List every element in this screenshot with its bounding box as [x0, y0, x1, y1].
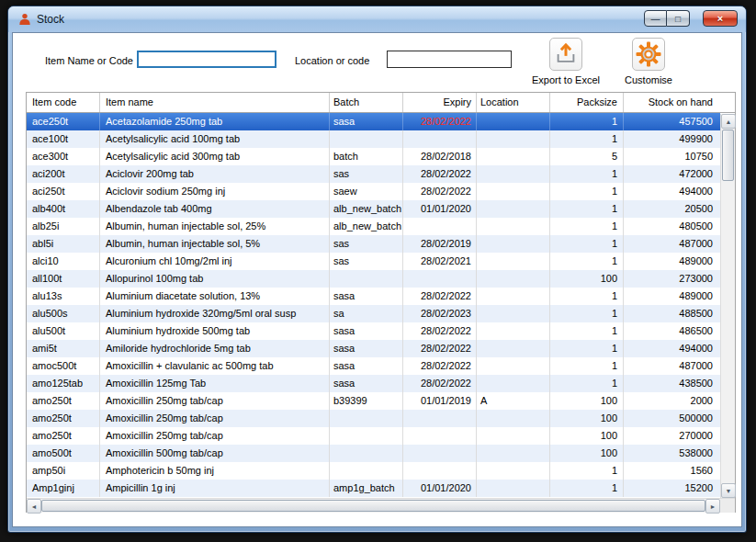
cell-packsize: 1: [550, 357, 624, 375]
cell-item-name: Albendazole tab 400mg: [100, 200, 330, 218]
cell-stock-on-hand: 20500: [624, 200, 720, 218]
cell-packsize: 1: [550, 218, 624, 235]
cell-item-name: Aciclovir 200mg tab: [100, 165, 330, 183]
table-body: ace250tAcetazolamide 250mg tabsasa28/02/…: [27, 113, 720, 497]
cell-location: [477, 270, 550, 288]
cell-item-code: amo500t: [27, 445, 100, 462]
cell-stock-on-hand: 487000: [624, 357, 720, 375]
table-row[interactable]: all100tAllopurinol 100mg tab100273000: [27, 270, 720, 288]
cell-stock-on-hand: 438500: [624, 375, 720, 392]
cell-location: [477, 218, 550, 235]
table-row[interactable]: ami5tAmiloride hydrochloride 5mg tabsasa…: [27, 340, 720, 357]
minimize-button[interactable]: —: [644, 10, 667, 27]
cell-item-code: alb25i: [27, 218, 100, 235]
vertical-scroll-thumb[interactable]: [722, 130, 734, 181]
table-row[interactable]: Amp1ginjAmpicillin 1g injamp1g_batch01/0…: [27, 480, 720, 497]
cell-location: [477, 130, 550, 148]
scroll-left-button[interactable]: ◄: [27, 499, 41, 514]
cell-packsize: 100: [550, 445, 624, 462]
cell-item-name: Amoxicillin 250mg tab/cap: [100, 392, 330, 410]
toolbar: Item Name or Code Location or code Expor…: [13, 33, 741, 92]
table-row[interactable]: amp50iAmphotericin b 50mg inj11560: [27, 462, 720, 480]
cell-item-name: Albumin, human injectable sol, 5%: [100, 235, 330, 253]
cell-item-name: Amiloride hydrochloride 5mg tab: [100, 340, 330, 357]
cell-item-name: Amoxicillin 250mg tab/cap: [100, 427, 330, 445]
column-header-packsize[interactable]: Packsize: [550, 93, 624, 112]
cell-stock-on-hand: 494000: [624, 183, 720, 200]
table-row[interactable]: amo250tAmoxicillin 250mg tab/capb3939901…: [27, 392, 720, 410]
table-row[interactable]: ace100tAcetylsalicylic acid 100mg tab149…: [27, 130, 720, 148]
column-header-location[interactable]: Location: [477, 93, 550, 112]
cell-expiry: [403, 218, 477, 235]
vertical-scrollbar[interactable]: ▲ ▼: [720, 114, 735, 498]
table-row[interactable]: ace250tAcetazolamide 250mg tabsasa28/02/…: [27, 113, 720, 130]
cell-packsize: 1: [550, 322, 624, 340]
maximize-button[interactable]: □: [667, 10, 690, 27]
cell-item-code: amo250t: [27, 392, 100, 410]
column-header-stock-on-hand[interactable]: Stock on hand: [624, 93, 720, 112]
column-header-item-name[interactable]: Item name: [100, 93, 330, 112]
cell-item-name: Acetazolamide 250mg tab: [100, 113, 330, 130]
cell-location: [477, 235, 550, 253]
horizontal-scrollbar[interactable]: ◄ ►: [27, 498, 720, 513]
table-header-row: Item codeItem nameBatchExpiryLocationPac…: [27, 93, 735, 113]
horizontal-scroll-thumb[interactable]: [41, 500, 705, 512]
table-row[interactable]: amo500tAmoxicillin 500mg tab/cap10053800…: [27, 445, 720, 462]
cell-stock-on-hand: 457500: [624, 113, 720, 130]
cell-stock-on-hand: 10750: [624, 148, 720, 165]
cell-item-code: alci10: [27, 253, 100, 270]
cell-expiry: [403, 445, 477, 462]
table-row[interactable]: alb400tAlbendazole tab 400mgalb_new_batc…: [27, 200, 720, 218]
close-button[interactable]: ×: [703, 10, 738, 27]
cell-expiry: 28/02/2019: [403, 235, 477, 253]
cell-location: [477, 480, 550, 497]
table-row[interactable]: amoc500tAmoxicillin + clavulanic ac 500m…: [27, 357, 720, 375]
titlebar[interactable]: Stock — □ ×: [8, 6, 746, 32]
customise-button[interactable]: Customise: [598, 38, 699, 85]
cell-item-name: Aluminium diacetate solution, 13%: [100, 288, 330, 305]
table-row[interactable]: alu13sAluminium diacetate solution, 13%s…: [27, 288, 720, 305]
cell-stock-on-hand: 15200: [624, 480, 720, 497]
item-search-input[interactable]: [137, 51, 276, 68]
cell-item-name: Aluminium hydroxide 500mg tab: [100, 322, 330, 340]
column-header-expiry[interactable]: Expiry: [403, 93, 477, 112]
table-row[interactable]: alu500sAluminium hydroxide 320mg/5ml ora…: [27, 305, 720, 322]
table-row[interactable]: ace300tAcetylsalicylic acid 300mg tabbat…: [27, 148, 720, 165]
close-icon: ×: [717, 13, 723, 24]
table-row[interactable]: abl5iAlbumin, human injectable sol, 5%sa…: [27, 235, 720, 253]
cell-item-name: Aluminium hydroxide 320mg/5ml oral susp: [100, 305, 330, 322]
cell-stock-on-hand: 487000: [624, 235, 720, 253]
scroll-down-button[interactable]: ▼: [721, 483, 736, 498]
cell-location: [477, 113, 550, 130]
table-row[interactable]: aci200tAciclovir 200mg tabsas28/02/20221…: [27, 165, 720, 183]
cell-expiry: 28/02/2022: [403, 288, 477, 305]
table-row[interactable]: aci250tAciclovir sodium 250mg injsaew28/…: [27, 183, 720, 200]
table-row[interactable]: alu500tAluminium hydroxide 500mg tabsasa…: [27, 322, 720, 340]
scroll-right-button[interactable]: ►: [705, 499, 720, 514]
table-row[interactable]: amo250tAmoxicillin 250mg tab/cap10027000…: [27, 427, 720, 445]
table-row[interactable]: amo250tAmoxicillin 250mg tab/cap10050000…: [27, 410, 720, 427]
column-header-batch[interactable]: Batch: [330, 93, 403, 112]
cell-expiry: [403, 427, 477, 445]
scroll-up-button[interactable]: ▲: [721, 114, 736, 129]
cell-batch: batch: [330, 148, 403, 165]
cell-item-name: Aciclovir sodium 250mg inj: [100, 183, 330, 200]
cell-expiry: 28/02/2022: [403, 357, 477, 375]
cell-expiry: 28/02/2022: [403, 375, 477, 392]
cell-batch: alb_new_batch: [330, 218, 403, 235]
table-row[interactable]: alci10Alcuronium chl 10mg/2ml injsas28/0…: [27, 253, 720, 270]
cell-location: A: [477, 392, 550, 410]
cell-packsize: 1: [550, 113, 624, 130]
cell-item-name: Albumin, human injectable sol, 25%: [100, 218, 330, 235]
cell-item-code: Amp1ginj: [27, 480, 100, 497]
cell-item-code: abl5i: [27, 235, 100, 253]
cell-item-name: Ampicillin 1g inj: [100, 480, 330, 497]
location-search-input[interactable]: [387, 51, 512, 68]
cell-item-name: Amoxicillin 125mg Tab: [100, 375, 330, 392]
table-row[interactable]: amo125tabAmoxicillin 125mg Tabsasa28/02/…: [27, 375, 720, 392]
cell-stock-on-hand: 270000: [624, 427, 720, 445]
cell-item-name: Allopurinol 100mg tab: [100, 270, 330, 288]
column-header-item-code[interactable]: Item code: [27, 93, 100, 112]
table-row[interactable]: alb25iAlbumin, human injectable sol, 25%…: [27, 218, 720, 235]
cell-stock-on-hand: 2000: [624, 392, 720, 410]
